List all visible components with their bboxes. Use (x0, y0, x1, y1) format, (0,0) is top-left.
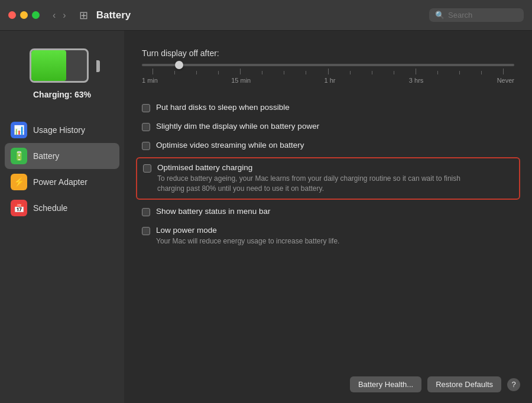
tick-5 (229, 69, 251, 74)
tick-9 (317, 69, 339, 74)
option-text-video-streaming: Optimise video streaming while on batter… (156, 141, 304, 150)
battery-terminal (96, 60, 100, 72)
back-button[interactable]: ‹ (50, 9, 58, 22)
power-adapter-icon: ⚡ (11, 174, 27, 190)
option-optimised-charging: Optimised battery charging To reduce bat… (136, 157, 520, 200)
tick-12 (383, 71, 405, 74)
search-box: 🔍 (429, 8, 524, 22)
checkbox-dim-display[interactable] (142, 123, 150, 131)
tick-8 (295, 71, 317, 74)
option-dim-display: Slightly dim the display while on batter… (142, 117, 514, 136)
tick-14 (427, 71, 449, 74)
mark-15min: 15 min (231, 77, 251, 84)
option-text-hard-disks: Put hard disks to sleep when possible (156, 103, 290, 112)
battery-health-button[interactable]: Battery Health... (350, 376, 421, 392)
sidebar-item-power-adapter[interactable]: ⚡ Power Adapter (5, 169, 119, 195)
content-area: Turn display off after: (124, 31, 532, 403)
option-title-video-streaming: Optimise video streaming while on batter… (156, 141, 304, 150)
option-title-low-power: Low power mode (156, 226, 339, 235)
slider-ticks (142, 69, 514, 74)
option-menu-bar: Show battery status in menu bar (142, 202, 514, 221)
sidebar-label-battery: Battery (33, 151, 59, 161)
mark-1min: 1 min (142, 77, 158, 84)
option-title-hard-disks: Put hard disks to sleep when possible (156, 103, 290, 112)
tick-4 (207, 71, 229, 74)
sidebar: Charging: 63% 📊 Usage History 🔋 Battery … (0, 31, 124, 403)
tick-15 (449, 71, 471, 74)
tick-17 (492, 69, 514, 74)
tick-13 (405, 69, 427, 74)
battery-body (30, 48, 89, 83)
tick-7 (273, 71, 295, 74)
nav-arrows: ‹ › (50, 9, 69, 22)
checkbox-menu-bar[interactable] (142, 208, 150, 216)
maximize-button[interactable] (32, 11, 40, 19)
slider-marks: 1 min 15 min 1 hr 3 hrs Never (142, 77, 514, 84)
traffic-lights (8, 11, 40, 19)
restore-defaults-button[interactable]: Restore Defaults (427, 376, 501, 392)
slider-thumb[interactable] (175, 61, 183, 69)
tick-16 (471, 71, 492, 74)
checkbox-low-power[interactable] (142, 227, 150, 235)
tick-2 (164, 71, 186, 74)
option-hard-disks: Put hard disks to sleep when possible (142, 98, 514, 117)
tick-10 (339, 71, 361, 74)
slider-track-wrap (142, 64, 514, 66)
option-desc-low-power: Your Mac will reduce energy usage to inc… (156, 236, 339, 246)
bottom-bar: Battery Health... Restore Defaults ? (350, 376, 520, 392)
battery-display: Charging: 63% (5, 43, 119, 105)
sidebar-item-schedule[interactable]: 📅 Schedule (5, 195, 119, 221)
schedule-icon: 📅 (11, 200, 27, 216)
option-title-optimised-charging: Optimised battery charging (157, 163, 476, 172)
tick-6 (251, 71, 273, 74)
charging-status: Charging: 63% (33, 90, 91, 99)
mark-never: Never (497, 77, 514, 84)
option-video-streaming: Optimise video streaming while on batter… (142, 136, 514, 155)
sidebar-label-usage-history: Usage History (33, 125, 85, 135)
battery-icon-wrap (30, 48, 95, 84)
mark-3hrs: 3 hrs (409, 77, 423, 84)
battery-fill (31, 50, 66, 81)
options-list: Put hard disks to sleep when possible Sl… (142, 98, 514, 251)
option-desc-optimised-charging: To reduce battery ageing, your Mac learn… (157, 174, 476, 194)
grid-icon[interactable]: ⊞ (79, 9, 88, 22)
minimize-button[interactable] (20, 11, 28, 19)
option-text-dim-display: Slightly dim the display while on batter… (156, 122, 319, 131)
sidebar-label-schedule: Schedule (33, 203, 67, 213)
main-layout: Charging: 63% 📊 Usage History 🔋 Battery … (0, 31, 532, 403)
slider-track[interactable] (142, 64, 514, 66)
tick-1 (142, 69, 164, 74)
sidebar-label-power-adapter: Power Adapter (33, 177, 87, 187)
forward-button[interactable]: › (60, 9, 68, 22)
close-button[interactable] (8, 11, 16, 19)
option-title-dim-display: Slightly dim the display while on batter… (156, 122, 319, 131)
checkbox-optimised-charging[interactable] (143, 164, 151, 173)
tick-3 (186, 71, 207, 74)
option-title-menu-bar: Show battery status in menu bar (156, 207, 271, 216)
window-title: Battery (96, 9, 423, 21)
sidebar-item-usage-history[interactable]: 📊 Usage History (5, 117, 119, 143)
display-sleep-section: Turn display off after: (142, 48, 514, 84)
titlebar: ‹ › ⊞ Battery 🔍 (0, 0, 532, 31)
tick-11 (361, 71, 383, 74)
usage-history-icon: 📊 (11, 122, 27, 138)
checkbox-hard-disks[interactable] (142, 104, 150, 112)
option-text-optimised-charging: Optimised battery charging To reduce bat… (157, 163, 476, 194)
option-text-low-power: Low power mode Your Mac will reduce ener… (156, 226, 339, 246)
option-low-power: Low power mode Your Mac will reduce ener… (142, 221, 514, 251)
help-button[interactable]: ? (507, 378, 520, 391)
slider-label: Turn display off after: (142, 48, 514, 58)
checkbox-video-streaming[interactable] (142, 142, 150, 150)
search-icon: 🔍 (435, 11, 445, 20)
battery-icon: 🔋 (11, 148, 27, 164)
sidebar-item-battery[interactable]: 🔋 Battery (5, 143, 119, 169)
mark-1hr: 1 hr (325, 77, 336, 84)
option-text-menu-bar: Show battery status in menu bar (156, 207, 271, 216)
search-input[interactable] (448, 11, 513, 20)
